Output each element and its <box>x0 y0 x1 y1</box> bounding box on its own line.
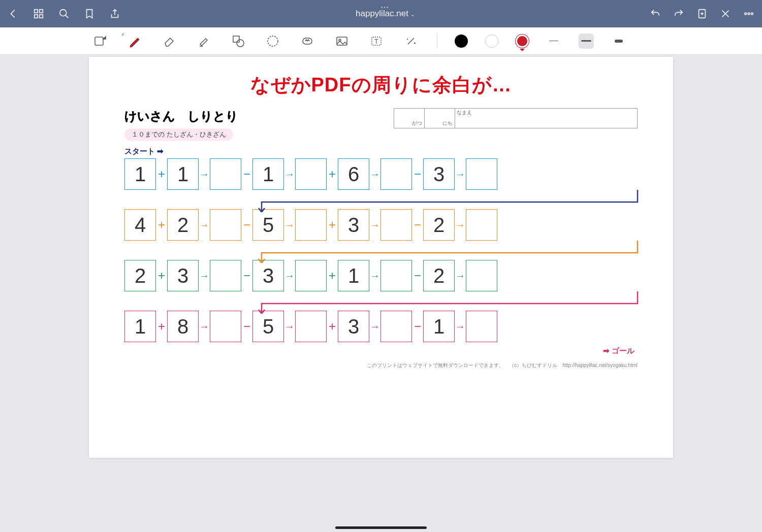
page-title[interactable]: ••• happylilac.net⌄ <box>121 9 649 19</box>
svg-rect-2 <box>35 15 38 18</box>
operator: + <box>156 167 167 181</box>
calc-cell <box>380 311 412 342</box>
magic-tool-icon[interactable] <box>402 32 420 50</box>
row-connector <box>124 295 638 311</box>
arrow-icon: → <box>455 169 466 180</box>
calc-cell <box>466 158 497 190</box>
calc-cell: 3 <box>423 158 455 190</box>
eraser-tool-icon[interactable] <box>161 32 178 50</box>
calc-cell: 4 <box>124 209 156 241</box>
arrow-icon: → <box>369 219 380 231</box>
calc-cell: 2 <box>423 209 455 241</box>
calc-row: 2+3→−3→+1→−2→ <box>124 260 638 291</box>
calc-cell: 3 <box>338 209 369 241</box>
svg-point-4 <box>60 10 67 16</box>
arrow-icon: → <box>455 270 466 282</box>
calc-cell <box>466 260 497 291</box>
calc-row: 4+2→−5→+3→−2→ <box>124 209 638 241</box>
search-icon[interactable] <box>58 8 70 20</box>
calc-cell <box>466 209 497 241</box>
grid-icon[interactable] <box>33 8 45 20</box>
calc-row: 1+8→−5→+3→−1→ <box>124 311 638 342</box>
operator: + <box>156 218 167 232</box>
svg-point-17 <box>268 36 278 46</box>
drag-handle-icon: ••• <box>381 5 390 10</box>
calc-cell: 1 <box>423 311 455 342</box>
calc-cell: 1 <box>252 158 284 190</box>
arrow-icon: → <box>284 169 295 180</box>
svg-point-11 <box>745 13 747 15</box>
toolbar-divider <box>437 34 437 49</box>
arrow-icon: → <box>199 321 210 332</box>
calc-cell: 3 <box>338 311 369 342</box>
calc-cell: 1 <box>167 158 199 190</box>
calc-cell: 2 <box>167 209 199 241</box>
close-icon[interactable] <box>719 8 732 20</box>
svg-text:T: T <box>374 38 378 45</box>
operator: − <box>241 167 252 181</box>
operator: + <box>156 269 167 283</box>
calc-cell: 5 <box>252 311 284 342</box>
goal-label: ➡ ゴール <box>124 346 638 356</box>
redo-icon[interactable] <box>673 8 685 20</box>
stroke-thick[interactable] <box>611 34 626 49</box>
operator: − <box>241 319 252 334</box>
text-tool-icon[interactable]: T <box>368 32 385 50</box>
calc-cell: 5 <box>252 209 284 241</box>
arrow-icon: → <box>199 169 210 180</box>
calc-cell <box>380 260 412 291</box>
arrow-icon: → <box>284 219 295 231</box>
shape-tool-icon[interactable] <box>230 32 247 50</box>
arrow-icon: → <box>284 270 295 282</box>
operator: + <box>327 167 338 181</box>
arrow-icon: → <box>455 219 466 231</box>
calc-cell <box>380 209 412 241</box>
calc-cell <box>295 311 327 342</box>
image-tool-icon[interactable] <box>333 32 351 50</box>
operator: − <box>241 218 252 232</box>
calc-row: 1+1→−1→+6→−3→ <box>124 158 638 190</box>
readonly-tool-icon[interactable] <box>91 32 109 50</box>
chevron-down-icon: ⌄ <box>410 12 415 17</box>
back-icon[interactable] <box>7 8 19 20</box>
stamp-tool-icon[interactable] <box>299 32 316 50</box>
titlebar: ••• happylilac.net⌄ <box>0 0 762 27</box>
share-icon[interactable] <box>109 8 121 20</box>
calc-cell <box>295 158 327 190</box>
svg-point-16 <box>237 40 244 47</box>
lasso-tool-icon[interactable] <box>264 32 281 50</box>
canvas-area[interactable]: なぜかPDFの周りに余白が… けいさん しりとり １０までの たしざん・ひきざん… <box>0 55 762 532</box>
operator: + <box>327 218 338 232</box>
bookmark-icon[interactable] <box>83 8 96 20</box>
calc-cell: 3 <box>167 260 199 291</box>
svg-point-12 <box>748 13 750 15</box>
undo-icon[interactable] <box>649 8 661 20</box>
start-label: スタート ➡ <box>124 147 638 156</box>
stroke-thin[interactable] <box>546 34 561 49</box>
svg-line-5 <box>66 15 69 18</box>
operator: + <box>156 319 167 334</box>
add-page-icon[interactable] <box>696 8 708 20</box>
calc-cell: 3 <box>252 260 284 291</box>
calc-cell <box>466 311 497 342</box>
stroke-medium[interactable] <box>579 34 594 49</box>
color-white[interactable] <box>485 35 498 48</box>
color-black[interactable] <box>455 35 468 48</box>
more-icon[interactable] <box>743 8 755 20</box>
color-red-selected[interactable] <box>516 35 529 48</box>
arrow-icon: → <box>199 270 210 282</box>
svg-rect-3 <box>40 15 43 18</box>
svg-rect-19 <box>337 37 347 45</box>
calc-cell <box>380 158 412 190</box>
highlighter-tool-icon[interactable] <box>195 32 212 50</box>
worksheet-subtitle: １０までの たしざん・ひきざん <box>124 128 233 141</box>
svg-rect-14 <box>95 37 103 45</box>
bluetooth-icon: ⚡︎ <box>121 31 125 38</box>
arrow-icon: → <box>199 219 210 231</box>
calc-cell <box>210 158 241 190</box>
calc-cell: 8 <box>167 311 199 342</box>
calc-cell: 1 <box>124 158 156 190</box>
pen-tool-icon[interactable]: ⚡︎ <box>126 32 143 50</box>
calc-cell: 2 <box>124 260 156 291</box>
pdf-page: なぜかPDFの周りに余白が… けいさん しりとり １０までの たしざん・ひきざん… <box>89 57 673 458</box>
